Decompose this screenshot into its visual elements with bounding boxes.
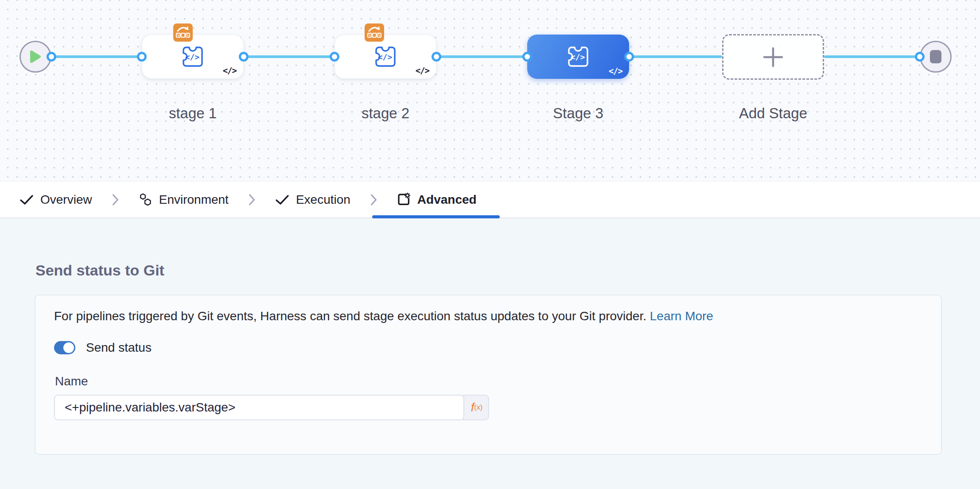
name-field-label: Name [55, 374, 88, 388]
play-icon [30, 50, 41, 63]
name-field-row: f(x) [54, 395, 489, 420]
toggle-label: Send status [86, 341, 152, 355]
port[interactable] [432, 52, 441, 62]
plus-icon [763, 47, 783, 67]
stage-label: Stage 3 [527, 105, 629, 122]
tab-advanced[interactable]: Advanced [393, 182, 481, 217]
learn-more-link[interactable]: Learn More [650, 309, 713, 323]
tab-environment[interactable]: Environment [134, 182, 233, 217]
check-icon [275, 194, 289, 206]
looping-strategy-badge [173, 23, 193, 42]
looping-strategy-badge [365, 23, 384, 42]
stop-icon [930, 50, 941, 63]
send-status-card: For pipelines triggered by Git events, H… [35, 295, 942, 455]
yaml-code-indicator: </> [416, 66, 429, 75]
edge [629, 55, 722, 58]
fx-icon-sub: (x) [474, 404, 482, 411]
matrix-loop-icon [175, 26, 191, 40]
edge [436, 55, 527, 58]
tab-label: Execution [296, 193, 350, 207]
svg-text:</>: </> [185, 52, 200, 62]
tab-label: Advanced [417, 193, 477, 207]
add-stage-button[interactable] [722, 34, 824, 80]
custom-stage-icon: </> [180, 44, 205, 69]
section-heading: Send status to Git [35, 262, 164, 279]
environment-hexagons-icon [139, 193, 152, 206]
add-stage-label: Add Stage [722, 105, 824, 122]
stage-node-stage3-selected[interactable]: </> </> [527, 35, 629, 79]
doc-gear-icon [397, 193, 411, 206]
custom-stage-icon: </> [373, 44, 398, 69]
stage-config-tabbar: Overview Environment Execution Advanced [0, 181, 980, 218]
toggle-knob [63, 342, 74, 353]
port[interactable] [624, 52, 634, 62]
svg-text:</>: </> [378, 52, 393, 62]
tab-overview[interactable]: Overview [15, 182, 97, 217]
stage-label: stage 2 [334, 105, 436, 122]
stage-node-stage1[interactable]: </> </> [142, 35, 244, 79]
stage-node-stage2[interactable]: </> </> [334, 35, 436, 79]
yaml-code-indicator: </> [223, 66, 237, 75]
description-text: For pipelines triggered by Git events, H… [54, 309, 713, 323]
send-status-toggle-row: Send status [54, 341, 152, 355]
custom-stage-icon: </> [566, 44, 591, 69]
chevron-right-icon [248, 193, 256, 207]
advanced-tab-panel: Send status to Git For pipelines trigger… [0, 218, 980, 489]
svg-text:</>: </> [571, 52, 585, 62]
edge [244, 55, 334, 58]
name-input[interactable] [54, 395, 464, 420]
tab-execution[interactable]: Execution [271, 182, 355, 217]
port[interactable] [915, 52, 925, 62]
port[interactable] [137, 52, 147, 62]
tab-label: Environment [159, 193, 229, 207]
port[interactable] [330, 52, 339, 62]
edge [824, 55, 920, 58]
tab-label: Overview [40, 193, 92, 207]
fx-icon: f [471, 401, 474, 415]
pipeline-canvas: </> </> </> </> </> </> [0, 0, 980, 181]
send-status-toggle[interactable] [54, 341, 75, 354]
port[interactable] [239, 52, 249, 62]
port[interactable] [522, 52, 532, 62]
edge [51, 55, 142, 58]
chevron-right-icon [112, 193, 119, 207]
port[interactable] [47, 52, 56, 62]
description-body: For pipelines triggered by Git events, H… [54, 309, 646, 323]
chevron-right-icon [370, 193, 377, 207]
yaml-code-indicator: </> [609, 66, 622, 76]
stage-label: stage 1 [142, 105, 244, 122]
check-icon [19, 194, 34, 206]
matrix-loop-icon [367, 26, 382, 40]
